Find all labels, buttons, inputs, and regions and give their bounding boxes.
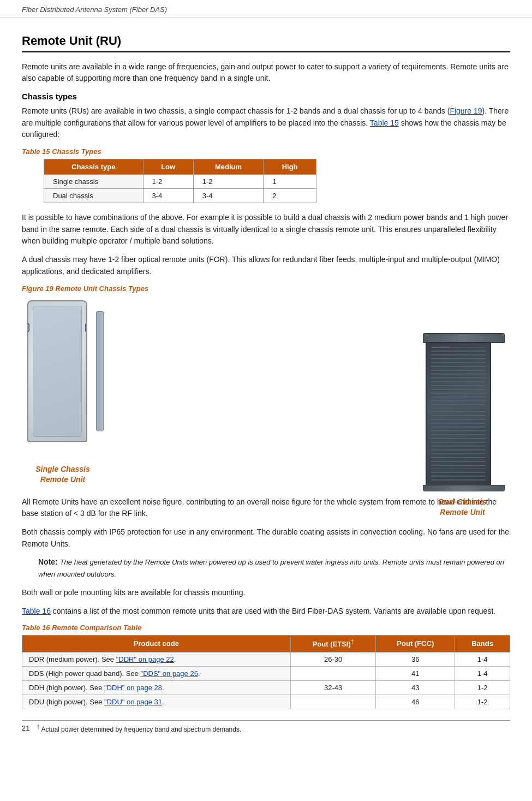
intro-paragraph: Remote units are available in a wide ran… (22, 61, 510, 84)
bands-cell: 1-2 (455, 695, 510, 709)
product-link[interactable]: "DDR" on page 22 (116, 655, 174, 663)
col-pout-fcc: Pout (FCC) (376, 636, 455, 652)
table-row: DDU (high power). See "DDU" on page 31.4… (22, 695, 510, 709)
product-link[interactable]: "DDH" on page 28 (104, 684, 162, 692)
pout-fcc-cell: 46 (376, 695, 455, 709)
single-chassis-illustration (22, 300, 104, 459)
table15-caption: Table 15 Chassis Types (22, 147, 510, 156)
table-row: DDR (medium power). See "DDR" on page 22… (22, 652, 510, 666)
product-link[interactable]: "DDU" on page 31 (104, 698, 162, 706)
col-medium: Medium (193, 159, 263, 175)
table-row: 3-4 (193, 189, 263, 203)
chassis-types-table: Chassis type Low Medium High Single chas… (44, 159, 316, 203)
figure19-link[interactable]: Figure 19 (450, 106, 482, 115)
dual-chassis-image-area: Dual Chassis Remote Unit (415, 333, 510, 518)
bands-cell: 1-4 (455, 652, 510, 666)
figure19-caption: Figure 19 Remote Unit Chassis Types (22, 284, 510, 293)
col-pout-etsi: Pout (ETSI)† (290, 636, 376, 652)
ip65-text: Both chassis comply with IP65 protection… (22, 526, 510, 550)
col-chassis-type: Chassis type (44, 159, 144, 175)
table16-caption: Table 16 Remote Comparison Table (22, 624, 510, 632)
pout-fcc-cell: 43 (376, 680, 455, 695)
footnote-area: 21 † Actual power determined by frequenc… (22, 720, 510, 733)
chassis-types-text: Remote units (RUs) are available in two … (22, 105, 510, 141)
product-cell: DDU (high power). See "DDU" on page 31. (22, 695, 291, 709)
fiber-text: A dual chassis may have 1-2 fiber optica… (22, 254, 510, 277)
table-row: Dual chassis (44, 189, 144, 203)
col-high: High (264, 159, 316, 175)
col-low: Low (143, 159, 193, 175)
table-row: 2 (264, 189, 316, 203)
mounting-text: Both wall or pole mounting kits are avai… (22, 587, 510, 599)
section-title: Remote Unit (RU) (22, 34, 510, 52)
pout-etsi-cell (290, 666, 376, 680)
pout-etsi-cell: 32-43 (290, 680, 376, 695)
bands-cell: 1-4 (455, 666, 510, 680)
table-row: DDH (high power). See "DDH" on page 28.3… (22, 680, 510, 695)
table-row: 1-2 (193, 175, 263, 189)
table-row: 3-4 (143, 189, 193, 203)
dual-chassis-illustration (415, 333, 510, 491)
combination-text: It is possible to have combinations of t… (22, 212, 510, 247)
col-product-code: Product code (22, 636, 291, 652)
product-cell: DDH (high power). See "DDH" on page 28. (22, 680, 291, 695)
main-content: Remote Unit (RU) Remote units are availa… (0, 28, 532, 755)
product-cell: DDR (medium power). See "DDR" on page 22… (22, 652, 291, 666)
pout-fcc-cell: 36 (376, 652, 455, 666)
header-title: Fiber Distributed Antenna System (Fiber … (22, 5, 167, 14)
bands-cell: 1-2 (455, 680, 510, 695)
table-row: Single chassis (44, 175, 144, 189)
chassis-types-heading: Chassis types (22, 92, 510, 101)
table16-intro: Table 16 contains a list of the most com… (22, 606, 510, 618)
page-number: 21 (22, 724, 29, 732)
dual-chassis-label: Dual Chassis Remote Unit (439, 497, 487, 518)
col-bands: Bands (455, 636, 510, 652)
note-text: The heat generated by the Remote Units w… (38, 558, 504, 578)
product-link[interactable]: "DDS" on page 26 (141, 669, 198, 678)
table-row: 1-2 (143, 175, 193, 189)
comparison-table: Product code Pout (ETSI)† Pout (FCC) Ban… (22, 635, 510, 709)
product-cell: DDS (High power quad band). See "DDS" on… (22, 666, 291, 680)
figure19-area: Single Chassis Remote Unit (22, 300, 510, 485)
pout-etsi-cell (290, 695, 376, 709)
single-chassis-image-area: Single Chassis Remote Unit (22, 300, 104, 485)
page-header: Fiber Distributed Antenna System (Fiber … (0, 0, 532, 17)
note-block: Note: The heat generated by the Remote U… (38, 556, 510, 580)
pout-etsi-cell: 26-30 (290, 652, 376, 666)
footnote-text: Actual power determined by frequency ban… (41, 726, 241, 733)
table-row: DDS (High power quad band). See "DDS" on… (22, 666, 510, 680)
single-chassis-label: Single Chassis Remote Unit (35, 464, 90, 485)
pout-fcc-cell: 41 (376, 666, 455, 680)
table-row: 1 (264, 175, 316, 189)
table15-link[interactable]: Table 15 (370, 118, 399, 127)
table16-link[interactable]: Table 16 (22, 607, 51, 615)
note-label: Note: (38, 557, 58, 566)
